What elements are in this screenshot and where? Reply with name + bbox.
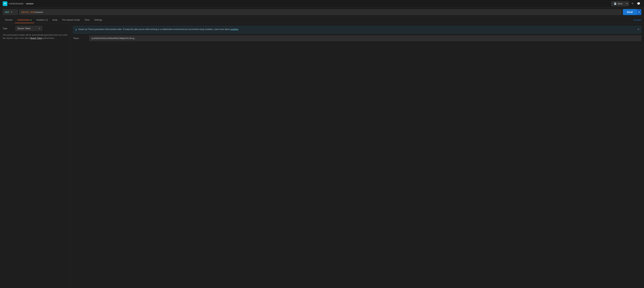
method-chevron-icon: ▾: [11, 11, 12, 13]
method-label: GET: [5, 11, 10, 13]
save-button[interactable]: 💾 Save: [612, 1, 625, 6]
type-value: Bearer Token: [18, 27, 30, 30]
main-content: Type Bearer Token ▾ The authorization he…: [0, 23, 644, 288]
alert-icon: ℹ: [76, 28, 77, 31]
type-label: Type: [3, 27, 13, 30]
save-label: Save: [618, 2, 622, 5]
auth-right-panel: ℹ Heads up! These parameters hold sensit…: [70, 23, 644, 288]
breadcrumb-separator: /: [24, 2, 25, 5]
send-chevron-button[interactable]: ▾: [636, 9, 641, 15]
url-input[interactable]: {{BASE_URI}}/session: [19, 9, 622, 15]
tab-params[interactable]: Params: [3, 17, 15, 23]
alert-text: Heads up! These parameters hold sensitiv…: [78, 28, 239, 30]
save-icon: 💾: [614, 2, 616, 5]
token-input[interactable]: eyJhbGciOiJIUzI1NiIsInR5cCI6IkpXVCJ9.ey.…: [89, 35, 641, 41]
type-select[interactable]: Bearer Token ▾: [16, 26, 42, 31]
edit-button[interactable]: ✎: [630, 1, 634, 6]
auth-left-panel: Type Bearer Token ▾ The authorization he…: [0, 23, 70, 288]
tab-authorization[interactable]: Authorization: [15, 17, 34, 23]
breadcrumb-current: session: [26, 2, 34, 5]
bearer-token-link[interactable]: Bearer Token: [30, 37, 42, 39]
authorization-dot: [31, 19, 32, 21]
top-bar-left: AB AuthBoilerplate / session: [3, 1, 34, 6]
cookies-link[interactable]: Cookies: [634, 19, 641, 21]
tab-headers[interactable]: Headers (7): [34, 17, 50, 23]
auth-description: The authorization header will be automat…: [3, 33, 68, 40]
breadcrumb: AuthBoilerplate / session: [9, 2, 34, 5]
request-tabs: Params Authorization Headers (7) Body Pr…: [0, 17, 644, 23]
breadcrumb-parent[interactable]: AuthBoilerplate: [9, 2, 24, 5]
alert-box: ℹ Heads up! These parameters hold sensit…: [73, 26, 641, 33]
save-chevron-button[interactable]: ▾: [625, 1, 629, 6]
tab-settings[interactable]: Settings: [92, 17, 104, 23]
send-button-group: Send ▾: [623, 9, 641, 15]
save-button-group: 💾 Save ▾: [611, 1, 629, 6]
alert-close-button[interactable]: ✕: [637, 28, 640, 31]
url-path: /session: [35, 11, 43, 13]
token-field-row: Token eyJhbGciOiJIUzI1NiIsInR5cCI6IkpXVC…: [73, 35, 641, 41]
type-chevron-icon: ▾: [39, 27, 40, 30]
method-select[interactable]: GET ▾: [3, 9, 18, 15]
url-bar: GET ▾ {{BASE_URI}}/session Send ▾: [0, 7, 644, 17]
tab-tests[interactable]: Tests: [82, 17, 92, 23]
send-button[interactable]: Send: [623, 9, 636, 15]
type-row: Type Bearer Token ▾: [3, 26, 68, 31]
tab-body[interactable]: Body: [50, 17, 60, 23]
token-label: Token: [73, 37, 86, 39]
variables-link[interactable]: variables: [230, 28, 238, 30]
url-base-uri: {{BASE_URI}}: [21, 11, 35, 13]
tab-pre-request-script[interactable]: Pre-request Script: [60, 17, 82, 23]
app-logo: AB: [3, 1, 8, 6]
top-bar: AB AuthBoilerplate / session 💾 Save ▾ ✎ …: [0, 0, 644, 7]
comment-button[interactable]: 💬: [636, 1, 641, 6]
top-bar-right: 💾 Save ▾ ✎ 💬: [611, 1, 641, 6]
